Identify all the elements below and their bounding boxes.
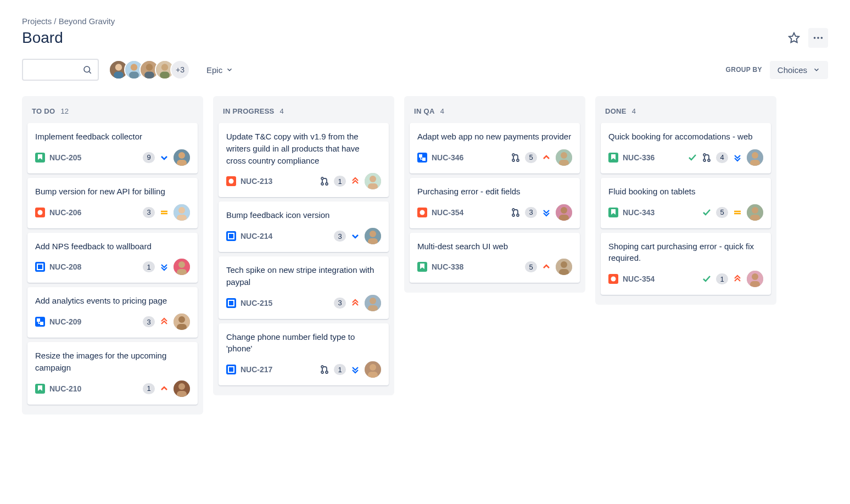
story-points-badge: 1 [716, 273, 728, 284]
assignee-avatar[interactable] [365, 361, 381, 378]
issue-card[interactable]: Implement feedback collector NUC-205 9 [27, 123, 198, 173]
issue-card[interactable]: Resize the images for the upcoming campa… [27, 342, 198, 405]
assignee-avatar[interactable] [174, 259, 190, 275]
svg-point-19 [178, 152, 185, 159]
svg-rect-68 [559, 160, 569, 166]
card-title: Bump version for new API for billing [35, 186, 190, 198]
svg-point-81 [708, 159, 710, 161]
assignee-avatar[interactable] [365, 173, 381, 189]
svg-point-79 [703, 154, 706, 156]
priority-highest-icon [732, 274, 742, 284]
card-title: Multi-dest search UI web [417, 240, 572, 253]
assignee-avatar[interactable] [174, 204, 190, 221]
avatar-stack[interactable]: +3 [109, 60, 190, 80]
svg-rect-84 [750, 160, 760, 166]
svg-point-42 [326, 183, 328, 185]
svg-point-48 [370, 231, 376, 237]
svg-point-83 [752, 152, 758, 159]
ticket-id: NUC-343 [623, 208, 655, 217]
priority-high-icon [159, 384, 169, 394]
ticket-id: NUC-338 [432, 262, 463, 271]
search-icon [82, 65, 92, 75]
svg-point-21 [38, 210, 43, 215]
breadcrumb-root[interactable]: Projects [22, 16, 52, 26]
assignee-avatar[interactable] [747, 271, 763, 287]
svg-rect-75 [559, 215, 569, 221]
svg-point-16 [161, 64, 168, 70]
star-button[interactable] [784, 28, 804, 48]
avatar-more[interactable]: +3 [170, 60, 190, 80]
svg-point-10 [131, 64, 137, 70]
issue-card[interactable]: Purchasing error - edit fields NUC-354 3 [410, 178, 580, 228]
ticket-id: NUC-210 [49, 384, 81, 393]
issue-card[interactable]: Fluid booking on tablets NUC-343 5 [601, 178, 771, 228]
svg-rect-46 [228, 233, 234, 239]
svg-point-13 [146, 64, 153, 70]
svg-point-52 [370, 298, 376, 304]
issue-card[interactable]: Quick booking for accomodations - web NU… [601, 123, 771, 173]
issue-card[interactable]: Shoping cart purchasing error - quick fi… [601, 233, 771, 295]
svg-rect-14 [144, 72, 154, 79]
svg-point-44 [370, 176, 376, 182]
assignee-avatar[interactable] [556, 204, 572, 221]
svg-point-67 [561, 152, 567, 159]
priority-medium-icon [732, 208, 742, 217]
issue-card[interactable]: Add NPS feedback to wallboard NUC-208 1 [27, 233, 198, 283]
assignee-avatar[interactable] [365, 295, 381, 311]
story-points-badge: 3 [334, 298, 346, 309]
epic-filter[interactable]: Epic [200, 61, 240, 79]
issue-type-story-icon [35, 153, 45, 163]
issue-card[interactable]: Tech spike on new stripe integration wit… [219, 256, 389, 319]
priority-high-icon [541, 262, 551, 272]
board-column: TO DO 12 Implement feedback collector NU… [22, 96, 203, 415]
svg-point-39 [229, 179, 234, 184]
assignee-avatar[interactable] [174, 313, 190, 330]
assignee-avatar[interactable] [174, 149, 190, 166]
assignee-avatar[interactable] [556, 259, 572, 275]
breadcrumb-project[interactable]: Beyond Gravity [59, 16, 115, 26]
story-points-badge: 1 [143, 383, 155, 394]
issue-type-story-icon [608, 153, 618, 163]
priority-lowest-icon [732, 153, 742, 163]
board-column: IN PROGRESS 4 Update T&C copy with v1.9 … [213, 96, 394, 395]
issue-card[interactable]: Bump version for new API for billing NUC… [27, 178, 198, 228]
issue-card[interactable]: Multi-dest search UI web NUC-338 5 [410, 233, 580, 283]
issue-card[interactable]: Adapt web app no new payments provider N… [410, 123, 580, 173]
assignee-avatar[interactable] [747, 149, 763, 166]
issue-type-bug-icon [417, 208, 427, 217]
assignee-avatar[interactable] [174, 380, 190, 397]
assignee-avatar[interactable] [365, 228, 381, 244]
column-header: TO DO 12 [27, 102, 198, 123]
svg-rect-93 [750, 281, 760, 287]
issue-card[interactable]: Update T&C copy with v1.9 from the write… [219, 123, 389, 197]
issue-card[interactable]: Bump feedback icon version NUC-214 3 [219, 201, 389, 252]
group-by-select[interactable]: Choices [770, 61, 828, 79]
assignee-avatar[interactable] [747, 204, 763, 221]
column-count: 4 [440, 107, 444, 115]
column-count: 4 [632, 107, 636, 115]
priority-lowest-icon [159, 262, 169, 272]
more-button[interactable] [808, 28, 828, 48]
svg-rect-31 [37, 318, 40, 322]
svg-rect-53 [368, 305, 378, 311]
assignee-avatar[interactable] [556, 149, 572, 166]
svg-rect-17 [160, 72, 170, 79]
search-input[interactable] [22, 59, 99, 81]
pull-request-icon [320, 176, 329, 186]
svg-point-55 [321, 366, 323, 368]
ticket-id: NUC-209 [49, 317, 81, 326]
story-points-badge: 4 [716, 152, 728, 163]
svg-point-90 [611, 277, 616, 282]
issue-card[interactable]: Change phone number field type to 'phone… [219, 323, 389, 386]
issue-type-story-icon [35, 384, 45, 394]
more-icon [812, 32, 824, 44]
column-title: DONE [605, 107, 627, 115]
issue-card[interactable]: Add analytics events to pricing page NUC… [27, 287, 198, 338]
ticket-id: NUC-354 [432, 208, 463, 217]
svg-point-65 [517, 159, 519, 161]
svg-rect-78 [559, 269, 569, 275]
priority-lowest-icon [350, 365, 360, 374]
board-column: IN QA 4 Adapt web app no new payments pr… [404, 96, 585, 293]
svg-rect-49 [368, 238, 378, 244]
issue-type-task-icon [226, 365, 236, 374]
